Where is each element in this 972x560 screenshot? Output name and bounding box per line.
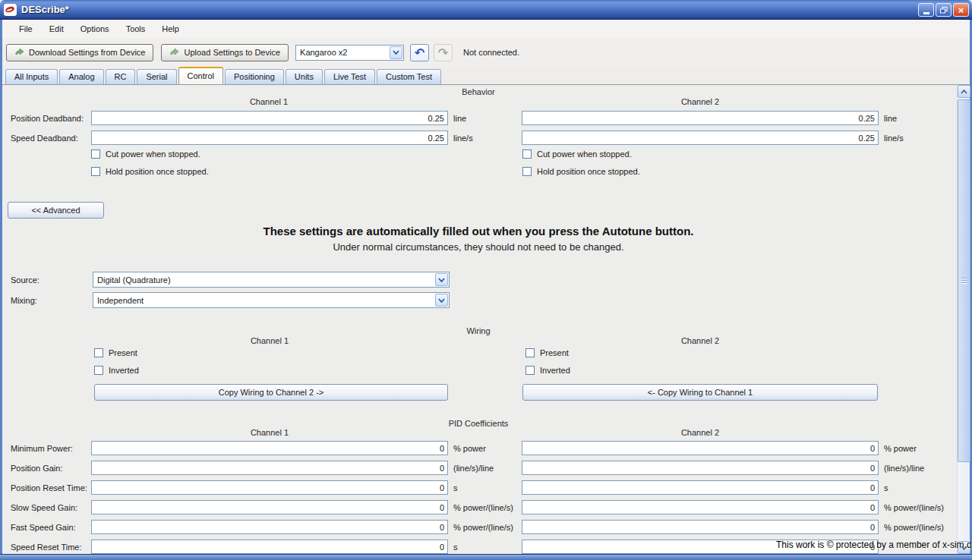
speed-reset-time-input-ch1[interactable]	[91, 540, 448, 554]
tab-all-inputs[interactable]: All Inputs	[5, 69, 58, 84]
tab-units[interactable]: Units	[286, 69, 323, 84]
menu-bar: File Edit Options Tools Help	[2, 20, 970, 38]
position-deadband-unit-ch1: line	[453, 114, 466, 123]
minimum-power-input-ch2[interactable]	[522, 441, 879, 455]
tab-analog[interactable]: Analog	[59, 69, 103, 84]
device-select-arrow[interactable]	[390, 46, 402, 59]
redo-button: ↷	[434, 44, 453, 61]
pid-channel1-header: Channel 1	[91, 428, 448, 437]
slow-speed-gain-input-ch2[interactable]	[522, 500, 879, 514]
window-controls: ×	[918, 3, 969, 17]
menu-edit[interactable]: Edit	[41, 22, 72, 36]
vertical-scrollbar[interactable]	[957, 85, 970, 554]
menu-tools[interactable]: Tools	[118, 22, 154, 36]
fast-speed-gain-input-ch2[interactable]	[522, 520, 879, 534]
checkbox-icon	[525, 348, 535, 357]
speed-deadband-unit-ch2: line/s	[884, 134, 904, 143]
minimum-power-unit-ch1: % power	[453, 444, 486, 453]
fast-speed-gain-unit-ch2: % power/(line/s)	[884, 523, 944, 532]
position-gain-input-ch2[interactable]	[522, 461, 879, 475]
slow-speed-gain-unit-ch1: % power/(line/s)	[453, 503, 513, 512]
fast-speed-gain-input-ch1[interactable]	[91, 520, 448, 534]
checkbox-icon	[522, 167, 532, 176]
present-checkbox-ch1[interactable]: Present	[94, 348, 137, 357]
menu-help[interactable]: Help	[153, 22, 188, 36]
position-reset-time-unit-ch1: s	[453, 483, 458, 492]
chevron-down-icon	[393, 50, 399, 55]
tab-rc[interactable]: RC	[106, 69, 136, 84]
tab-live-test[interactable]: Live Test	[324, 69, 375, 84]
minimum-power-input-ch1[interactable]	[91, 441, 448, 455]
advanced-toggle-button[interactable]: << Advanced	[8, 202, 104, 219]
wiring-channel1-header: Channel 1	[91, 336, 448, 345]
app-logo-icon	[4, 4, 17, 16]
undo-icon: ↶	[415, 46, 424, 60]
minimize-icon	[923, 12, 929, 14]
autotune-notice-line2: Under normal circumstances, they should …	[2, 241, 955, 253]
slow-speed-gain-input-ch1[interactable]	[91, 500, 448, 514]
window-title: DEScribe*	[21, 4, 69, 15]
scrollbar-thumb[interactable]	[958, 99, 970, 462]
autotune-notice-line1: These settings are automatically filled …	[2, 225, 955, 238]
undo-button[interactable]: ↶	[410, 44, 429, 61]
source-label: Source:	[11, 275, 39, 285]
cut-power-checkbox-ch1[interactable]: Cut power when stopped.	[91, 149, 200, 159]
toolbar: Download Settings from Device Upload Set…	[2, 38, 970, 67]
source-select-value: Digital (Quadrature)	[93, 275, 434, 285]
present-checkbox-ch2[interactable]: Present	[525, 348, 569, 357]
speed-deadband-input-ch2[interactable]	[522, 131, 879, 145]
mixing-select-arrow[interactable]	[435, 294, 448, 307]
inverted-checkbox-ch2[interactable]: Inverted	[525, 366, 570, 375]
scroll-up-button[interactable]	[958, 85, 970, 98]
download-settings-label: Download Settings from Device	[29, 48, 145, 57]
tab-serial[interactable]: Serial	[137, 69, 176, 84]
upload-settings-label: Upload Settings to Device	[184, 48, 280, 57]
tab-positioning[interactable]: Positioning	[225, 69, 284, 84]
position-reset-time-input-ch1[interactable]	[91, 480, 448, 495]
position-gain-unit-ch1: (line/s)/line	[453, 464, 494, 473]
behavior-section-title: Behavior	[2, 87, 955, 96]
hold-position-checkbox-ch2[interactable]: Hold position once stopped.	[522, 167, 640, 176]
inverted-checkbox-ch1[interactable]: Inverted	[94, 366, 139, 375]
behavior-channel2-header: Channel 2	[522, 97, 879, 106]
position-gain-input-ch1[interactable]	[91, 461, 448, 475]
position-deadband-input-ch2[interactable]	[522, 111, 879, 125]
position-reset-time-label: Position Reset Time:	[11, 483, 87, 492]
source-select[interactable]: Digital (Quadrature)	[93, 272, 450, 288]
wiring-channel2-header: Channel 2	[522, 336, 879, 345]
tab-strip: All Inputs Analog RC Serial Control Posi…	[2, 67, 970, 84]
cut-power-checkbox-ch2[interactable]: Cut power when stopped.	[522, 149, 632, 159]
close-button[interactable]: ×	[953, 3, 969, 17]
upload-settings-button[interactable]: Upload Settings to Device	[161, 44, 289, 61]
position-deadband-input-ch1[interactable]	[91, 111, 448, 125]
speed-deadband-unit-ch1: line/s	[453, 134, 473, 143]
position-gain-label: Position Gain:	[11, 464, 62, 473]
watermark-text: This work is © protected by a member of …	[776, 540, 972, 550]
download-settings-button[interactable]: Download Settings from Device	[6, 44, 153, 61]
restore-icon	[940, 7, 948, 14]
menu-file[interactable]: File	[11, 22, 41, 36]
source-select-arrow[interactable]	[435, 273, 448, 286]
copy-wiring-to-channel1-button[interactable]: <- Copy Wiring to Channel 1	[522, 384, 878, 401]
redo-icon: ↷	[438, 46, 448, 60]
device-select[interactable]: Kangaroo x2	[295, 45, 404, 61]
speed-deadband-input-ch1[interactable]	[91, 131, 448, 145]
hold-position-checkbox-ch1[interactable]: Hold position once stopped.	[91, 167, 209, 176]
mixing-select[interactable]: Independent	[93, 292, 450, 308]
minimize-button[interactable]	[918, 3, 934, 17]
tab-control[interactable]: Control	[178, 67, 223, 84]
chevron-up-icon	[961, 90, 967, 94]
app-window: DEScribe* × File Edit Options Tools Help…	[0, 0, 972, 560]
tab-custom-test[interactable]: Custom Test	[377, 69, 441, 84]
menu-options[interactable]: Options	[72, 22, 118, 36]
wiring-section-title: Wiring	[2, 326, 955, 335]
restore-button[interactable]	[936, 3, 951, 17]
titlebar: DEScribe* ×	[0, 0, 972, 20]
chevron-down-icon	[438, 298, 445, 303]
download-arrow-icon	[14, 48, 24, 57]
fast-speed-gain-unit-ch1: % power/(line/s)	[453, 523, 513, 532]
speed-deadband-label: Speed Deadband:	[11, 134, 78, 143]
device-select-value: Kangaroo x2	[296, 48, 389, 57]
copy-wiring-to-channel2-button[interactable]: Copy Wiring to Channel 2 ->	[94, 384, 448, 401]
position-reset-time-input-ch2[interactable]	[522, 480, 879, 495]
